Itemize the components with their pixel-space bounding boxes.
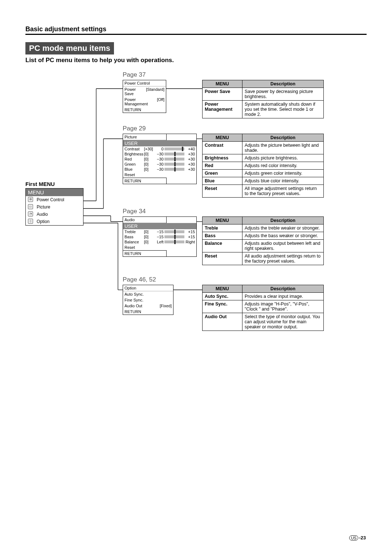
menu-title: Option xyxy=(123,285,173,291)
slider-thumb[interactable] xyxy=(174,162,176,166)
slider-label: Treble xyxy=(124,230,144,234)
table-row: RedAdjusts red color intensity. xyxy=(203,162,324,170)
user-header: USER xyxy=(123,140,196,146)
menu-title: Picture xyxy=(123,134,166,140)
slider-thumb[interactable] xyxy=(174,152,176,156)
menu-item-label: Power Control xyxy=(37,197,64,202)
table-row: BassAdjusts the bass weaker or stronger. xyxy=(203,232,324,240)
slider-min: −30 xyxy=(154,157,164,161)
slider-value: [0] xyxy=(144,230,154,234)
menu-return[interactable]: RETURN xyxy=(123,178,166,184)
slider-label: Bass xyxy=(124,235,144,239)
row-label: Power Save xyxy=(124,87,146,96)
menu-reset[interactable]: Reset xyxy=(123,172,196,178)
slider-min: −30 xyxy=(154,162,164,166)
slider-max: +15 xyxy=(185,235,195,239)
table-row: TrebleAdjusts the treble weaker or stron… xyxy=(203,224,324,232)
menu-row[interactable]: Fine Sync. xyxy=(123,297,173,303)
desc-table-power: MENUDescription Power SaveSave power by … xyxy=(202,80,324,118)
slider-row[interactable]: Treble[0]−15+15 xyxy=(123,229,196,234)
slider-track[interactable] xyxy=(164,158,185,161)
menu-row[interactable]: Auto Sync. xyxy=(123,291,173,297)
menu-item-option[interactable]: ▯Option xyxy=(26,218,83,225)
slider-value: [0] xyxy=(144,157,154,161)
slider-row[interactable]: Balance[0]LeftRight xyxy=(123,239,196,244)
slider-row[interactable]: Blue[0]−30+30 xyxy=(123,167,196,172)
picture-icon: ▭ xyxy=(28,204,33,209)
slider-track[interactable] xyxy=(164,240,185,243)
row-label: RETURN xyxy=(124,251,141,256)
desc-table-audio: MENUDescription TrebleAdjusts the treble… xyxy=(202,216,324,265)
desc-table-option: MENUDescription Auto Sync.Provides a cle… xyxy=(202,285,324,331)
region-badge: US xyxy=(349,535,358,540)
menu-row[interactable]: RETURN xyxy=(123,309,173,315)
slider-max: +30 xyxy=(185,162,195,166)
table-row: Power SaveSave power by decreasing pictu… xyxy=(203,88,324,101)
menu-row[interactable]: Power Management[Off] xyxy=(123,97,166,107)
first-menu-box: MENU ✿Power Control ▭Picture ◔Audio ▯Opt… xyxy=(25,188,83,226)
th-desc: Description xyxy=(242,217,324,224)
menu-box-power: Power Control Power Save[Standard] Power… xyxy=(123,80,166,113)
slider-track[interactable] xyxy=(164,163,185,166)
row-label: Reset xyxy=(124,173,135,177)
row-label: Power Management xyxy=(124,97,157,106)
menu-box-picture: Picture USER Contrast[+30]0+40Brightness… xyxy=(123,134,197,184)
slider-max: +30 xyxy=(185,167,195,171)
row-label: Reset xyxy=(124,245,135,250)
menu-item-label: Picture xyxy=(37,204,50,210)
menu-item-picture[interactable]: ▭Picture xyxy=(26,203,83,211)
row-label: Auto Sync. xyxy=(124,292,144,296)
page-ref: Page 34 xyxy=(123,208,146,215)
slider-track[interactable] xyxy=(164,235,185,238)
slider-label: Red xyxy=(124,157,144,161)
row-label: Fine Sync. xyxy=(124,298,143,302)
menu-item-power-control[interactable]: ✿Power Control xyxy=(26,196,83,203)
menu-row[interactable]: Audio Out[Fixed] xyxy=(123,303,173,309)
row-value: [Standard] xyxy=(146,87,164,96)
slider-thumb[interactable] xyxy=(174,157,176,161)
slider-row[interactable]: Contrast[+30]0+40 xyxy=(123,146,196,151)
slider-row[interactable]: Bass[0]−15+15 xyxy=(123,234,196,239)
menu-return[interactable]: RETURN xyxy=(123,251,166,256)
slider-track[interactable] xyxy=(164,168,185,171)
slider-track[interactable] xyxy=(164,230,185,233)
slider-max: +40 xyxy=(185,147,195,151)
slider-label: Balance xyxy=(124,240,144,244)
slider-row[interactable]: Green[0]−30+30 xyxy=(123,162,196,167)
slider-thumb[interactable] xyxy=(174,230,176,234)
slider-thumb[interactable] xyxy=(174,235,176,239)
first-menu-label: First MENU xyxy=(25,181,55,187)
table-row: BlueAdjusts blue color intensity. xyxy=(203,177,324,185)
slider-thumb[interactable] xyxy=(182,147,183,151)
page-ref: Page 37 xyxy=(123,71,146,78)
leaf-icon: ✿ xyxy=(28,197,33,202)
slider-thumb[interactable] xyxy=(174,167,176,171)
page-ref: Page 46, 52 xyxy=(123,276,156,283)
page-number: US-23 xyxy=(349,535,366,540)
slider-row[interactable]: Red[0]−30+30 xyxy=(123,157,196,162)
menu-row[interactable]: RETURN xyxy=(123,107,166,113)
table-row: ResetAll audio adjustment settings retur… xyxy=(203,252,324,265)
slider-track[interactable] xyxy=(164,153,185,155)
menu-box-audio: Audio USER Treble[0]−15+15Bass[0]−15+15B… xyxy=(123,216,197,257)
row-label: Audio Out xyxy=(124,304,142,308)
audio-icon: ◔ xyxy=(28,211,33,216)
menu-item-audio[interactable]: ◔Audio xyxy=(26,211,83,218)
slider-row[interactable]: Brightness[0]−30+30 xyxy=(123,151,196,157)
table-row: ContrastAdjusts the picture between ligh… xyxy=(203,142,324,154)
slider-min: Left xyxy=(154,240,164,244)
slider-value: [0] xyxy=(144,152,154,156)
slider-thumb[interactable] xyxy=(174,240,176,244)
menu-reset[interactable]: Reset xyxy=(123,244,196,250)
menu-row[interactable]: Power Save[Standard] xyxy=(123,86,166,97)
slider-track[interactable] xyxy=(164,147,185,150)
menu-title: Power Control xyxy=(123,80,166,86)
th-desc: Description xyxy=(242,134,324,142)
page-subtitle: List of PC menu items to help you with o… xyxy=(25,57,367,64)
slider-value: [0] xyxy=(144,162,154,166)
row-label: RETURN xyxy=(124,179,141,183)
row-label: RETURN xyxy=(124,108,141,112)
slider-min: −15 xyxy=(154,235,164,239)
th-menu: MENU xyxy=(203,217,242,224)
slider-label: Brightness xyxy=(124,152,144,156)
